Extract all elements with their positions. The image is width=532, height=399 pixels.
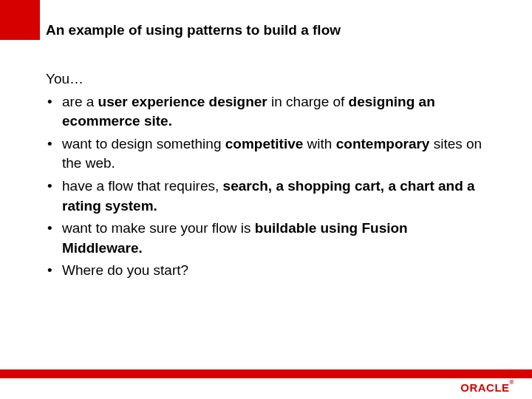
list-item: want to make sure your flow is buildable… <box>46 219 489 258</box>
list-item: are a user experience designer in charge… <box>46 92 489 132</box>
accent-square <box>0 0 40 40</box>
slide-title: An example of using patterns to build a … <box>46 22 341 38</box>
slide-body: You… are a user experience designer in c… <box>46 69 489 284</box>
intro-text: You… <box>46 69 489 89</box>
list-item: Where do you start? <box>46 261 489 281</box>
footer-bar <box>0 369 532 378</box>
oracle-logo: ORACLE® <box>460 381 514 393</box>
list-item: want to design something competitive wit… <box>46 134 489 174</box>
slide: An example of using patterns to build a … <box>0 0 532 399</box>
logo-text: ORACLE® <box>460 381 514 394</box>
list-item: have a flow that requires, search, a sho… <box>46 177 489 216</box>
bullet-list: are a user experience designer in charge… <box>46 92 489 281</box>
